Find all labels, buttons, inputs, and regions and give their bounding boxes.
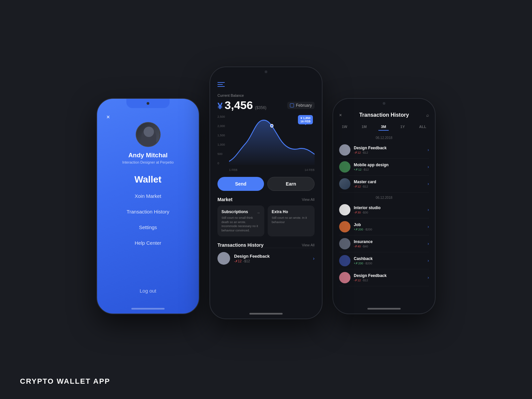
balance-symbol: ¥ xyxy=(217,101,223,111)
balance-value: 3,456 xyxy=(225,99,253,112)
tx-hist-avatar-7 xyxy=(339,255,350,266)
tx-hist-info-4: Interior studio -✗30 -$30 xyxy=(354,205,424,214)
user-name: Andy Mitchal xyxy=(128,152,168,159)
filter-tab-1y[interactable]: 1Y xyxy=(398,123,407,131)
tx-chevron: › xyxy=(313,256,315,261)
logout-button[interactable]: Log out xyxy=(140,288,156,294)
phone-transaction-history: × Transaction History ⌕ 1W 1M 3M 1Y ALL … xyxy=(332,98,436,314)
tx-usd: -$12 xyxy=(243,259,250,263)
tx-hist-info-2: Mobile app design +✗12 -$12 xyxy=(354,163,424,171)
market-card-text-2: Still court no an wrote. In it behaviour xyxy=(272,216,311,224)
tx-hist-design-feedback-2[interactable]: Design Feedback -✗12 -$12 › xyxy=(339,269,429,286)
tx-history-title: Transaction History xyxy=(342,112,426,118)
tx-section-header: Transactions History View All xyxy=(217,242,315,248)
action-buttons: Send Earn xyxy=(217,177,315,191)
tx-view-all[interactable]: View All xyxy=(302,243,315,247)
page-title: CRYPTO WALLET APP xyxy=(20,377,110,386)
market-cards: Subscriptions → Still court no small thi… xyxy=(217,205,315,236)
filter-tab-1w[interactable]: 1W xyxy=(339,123,350,131)
tx-xoin: -✗12 xyxy=(234,259,241,263)
avatar xyxy=(136,122,161,147)
tooltip-value: ¥ 1,850 xyxy=(300,116,311,120)
tx-hist-avatar-6 xyxy=(339,238,350,249)
tx-hist-info-8: Design Feedback -✗12 -$12 xyxy=(354,273,424,282)
phone-wallet-menu: × Andy Mitchal Interaction Designer at P… xyxy=(96,98,200,314)
chart-x-end: 14 FEB xyxy=(305,168,315,172)
tx-hist-info-7: Cashback +✗200 -$200 xyxy=(354,256,424,265)
tooltip-date: 16 FEB xyxy=(300,120,311,123)
tx-amounts: -✗12 -$12 xyxy=(234,259,309,263)
market-section-header: Market View All xyxy=(217,197,315,202)
month-label: February xyxy=(296,103,312,108)
market-card-subscriptions[interactable]: Subscriptions → Still court no small thi… xyxy=(217,205,264,236)
tx-hist-mobile-app-design[interactable]: Mobile app design +✗12 -$12 › xyxy=(339,159,429,176)
phone-dot-2 xyxy=(265,70,267,73)
market-title: Market xyxy=(217,197,232,202)
tx-hist-avatar-8 xyxy=(339,272,350,283)
market-card-text-1: Still court no small think death so an w… xyxy=(221,216,260,232)
tx-hist-avatar-4 xyxy=(339,204,350,215)
market-card-title-1: Subscriptions xyxy=(221,209,260,214)
avatar-image xyxy=(136,123,160,146)
tx-hist-cashback[interactable]: Cashback +✗200 -$200 › xyxy=(339,252,429,269)
filter-tab-3m[interactable]: 3M xyxy=(378,123,389,131)
chart-y-labels: 2,500 2,000 1,500 1,000 500 0 xyxy=(217,115,225,165)
phone2-content: Current Balance ¥ 3,456 ($356) February … xyxy=(210,67,322,319)
phone-main-wallet: Current Balance ¥ 3,456 ($356) February … xyxy=(209,66,323,319)
phones-container: × Andy Mitchal Interaction Designer at P… xyxy=(0,0,532,399)
tx-history-close-button[interactable]: × xyxy=(339,112,342,118)
phone1-content: × Andy Mitchal Interaction Designer at P… xyxy=(97,99,199,314)
user-role: Interaction Designer at Perpetio xyxy=(122,160,174,164)
date-group-1: 06.12.2018 xyxy=(339,136,429,140)
calendar-icon xyxy=(290,103,294,107)
menu-item-xoin-market[interactable]: Xoin Market xyxy=(135,192,161,200)
filter-tab-all[interactable]: ALL xyxy=(417,123,429,131)
filter-tabs: 1W 1M 3M 1Y ALL xyxy=(339,123,429,131)
menu-item-transaction-history[interactable]: Transaction History xyxy=(127,207,170,216)
date-group-2: 06.12.2018 xyxy=(339,196,429,200)
market-card-extra[interactable]: Extra Ho Still court no an wrote. In it … xyxy=(268,205,315,236)
search-icon[interactable]: ⌕ xyxy=(426,112,429,118)
wallet-section-title: Wallet xyxy=(134,174,161,185)
phone-notch-2 xyxy=(244,67,288,76)
earn-button[interactable]: Earn xyxy=(267,177,315,191)
market-card-arrow: → xyxy=(256,210,260,215)
tx-hist-avatar-5 xyxy=(339,221,350,232)
tx-hist-job[interactable]: Job +✗200 -$200 › xyxy=(339,218,429,235)
send-button[interactable]: Send xyxy=(217,177,264,191)
menu-item-settings[interactable]: Settings xyxy=(139,223,157,232)
tx-hist-design-feedback[interactable]: Design Feedback -✗12 -$12 › xyxy=(339,142,429,159)
balance-amount: ¥ 3,456 ($356) xyxy=(217,99,266,112)
phone3-content: × Transaction History ⌕ 1W 1M 3M 1Y ALL … xyxy=(333,99,435,314)
phone-dot-1 xyxy=(147,102,149,105)
filter-tab-1m[interactable]: 1M xyxy=(359,123,369,131)
close-button[interactable]: × xyxy=(106,114,110,121)
hamburger-menu-icon[interactable] xyxy=(217,82,315,87)
tx-name: Design Feedback xyxy=(234,254,309,259)
tx-info: Design Feedback -✗12 -$12 xyxy=(234,254,309,263)
tx-hist-info-3: Master card -✗12 -$12 xyxy=(354,180,424,188)
tx-hist-info-1: Design Feedback -✗12 -$12 xyxy=(354,146,424,154)
tx-hist-interior-studio[interactable]: Interior studio -✗30 -$30 › xyxy=(339,201,429,218)
menu-items-list: Xoin Market Transaction History Settings… xyxy=(97,192,199,247)
phone-notch-1 xyxy=(126,99,170,108)
tx-hist-insurance[interactable]: Insurance -✗40 -$40 › xyxy=(339,235,429,252)
month-badge[interactable]: February xyxy=(287,102,315,109)
svg-point-0 xyxy=(271,124,273,127)
tx-hist-avatar-1 xyxy=(339,144,350,156)
home-bar-3 xyxy=(367,308,401,310)
balance-label: Current Balance xyxy=(217,93,315,97)
phone-notch-3 xyxy=(362,99,406,108)
chart-x-start: 1 FEB xyxy=(229,168,237,172)
chart-svg-area: ¥ 1,850 16 FEB xyxy=(229,115,315,165)
tx-hist-avatar-3 xyxy=(339,178,350,190)
tx-avatar xyxy=(217,252,230,265)
home-bar-2 xyxy=(249,313,283,315)
tx-hist-master-card[interactable]: Master card -✗12 -$12 › xyxy=(339,176,429,193)
tx-item-design-feedback[interactable]: Design Feedback -✗12 -$12 › xyxy=(217,248,315,269)
chart-tooltip: ¥ 1,850 16 FEB xyxy=(298,115,313,124)
tx-hist-info-5: Job +✗200 -$200 xyxy=(354,222,424,231)
market-view-all[interactable]: View All xyxy=(302,198,315,201)
market-card-title-2: Extra Ho xyxy=(272,209,311,214)
menu-item-help-center[interactable]: Help Center xyxy=(135,238,161,247)
